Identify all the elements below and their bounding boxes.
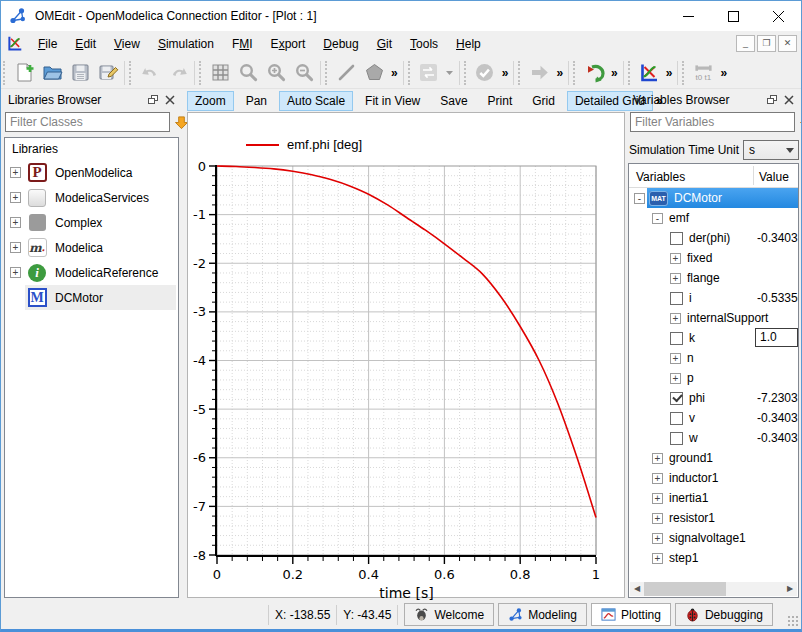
zoom-in-icon[interactable] bbox=[262, 60, 290, 86]
variable-row-v[interactable]: v-0.3403 bbox=[629, 408, 798, 428]
menu-debug[interactable]: Debug bbox=[314, 33, 367, 55]
variable-row-internalsupport[interactable]: +internalSupport bbox=[629, 308, 798, 328]
plot-tool-save[interactable]: Save bbox=[432, 91, 475, 111]
time-unit-dropdown[interactable]: s bbox=[743, 140, 799, 160]
variable-row-dcmotor[interactable]: -MATDCMotor bbox=[629, 188, 798, 208]
variable-row-inductor1[interactable]: +inductor1 bbox=[629, 468, 798, 488]
scroll-right-icon[interactable]: ▶ bbox=[783, 582, 797, 596]
toolbar-overflow-icon[interactable]: » bbox=[499, 66, 512, 80]
toolbar-overflow-icon[interactable]: » bbox=[608, 66, 621, 80]
mdi-minimize-icon[interactable]: _ bbox=[736, 35, 755, 52]
variable-row-n[interactable]: +n bbox=[629, 348, 798, 368]
expand-icon[interactable]: + bbox=[10, 217, 21, 228]
scroll-left-icon[interactable]: ◀ bbox=[630, 582, 644, 596]
show-grid-icon[interactable] bbox=[206, 60, 234, 86]
plot-tool-auto-scale[interactable]: Auto Scale bbox=[279, 91, 353, 111]
perspective-modeling-button[interactable]: Modeling bbox=[498, 603, 587, 626]
expand-icon[interactable]: + bbox=[670, 253, 681, 264]
menu-fmi[interactable]: FMI bbox=[223, 33, 262, 55]
scrollbar-thumb[interactable] bbox=[644, 582, 726, 596]
plot-variable-checkbox[interactable] bbox=[670, 332, 683, 345]
plot-variable-checkbox[interactable] bbox=[670, 412, 683, 425]
expand-icon[interactable]: + bbox=[652, 553, 663, 564]
mdi-close-icon[interactable]: ✕ bbox=[778, 35, 797, 52]
expand-icon[interactable]: + bbox=[670, 313, 681, 324]
variable-row-step1[interactable]: +step1 bbox=[629, 548, 798, 568]
plot-canvas[interactable]: emf.phi [deg] 0-1-2-3-4-5-6-7-800.20.40.… bbox=[187, 112, 625, 598]
expand-icon[interactable]: - bbox=[634, 193, 645, 204]
variable-row-k[interactable]: k1.0 bbox=[629, 328, 798, 348]
toolbar-overflow-icon[interactable]: » bbox=[553, 66, 566, 80]
variable-row-ground1[interactable]: +ground1 bbox=[629, 448, 798, 468]
menu-help[interactable]: Help bbox=[447, 33, 490, 55]
variable-row-w[interactable]: w-0.3403 bbox=[629, 428, 798, 448]
plot-tool-print[interactable]: Print bbox=[480, 91, 521, 111]
toolbar-overflow-icon[interactable]: » bbox=[388, 66, 401, 80]
library-item-openmodelica[interactable]: +POpenModelica bbox=[5, 160, 178, 185]
expand-icon[interactable]: + bbox=[652, 473, 663, 484]
new-model-icon[interactable] bbox=[10, 60, 38, 86]
open-model-icon[interactable] bbox=[38, 60, 66, 86]
filter-classes-input[interactable] bbox=[5, 112, 170, 132]
plot-variable-checkbox[interactable] bbox=[670, 432, 683, 445]
expand-icon[interactable]: + bbox=[10, 167, 21, 178]
line-shape-icon[interactable] bbox=[332, 60, 360, 86]
variables-tree[interactable]: ˆ Variables Value -MATDCMotor-emfder(phi… bbox=[628, 163, 799, 598]
plot-tool-zoom[interactable]: Zoom bbox=[187, 91, 234, 111]
expand-icon[interactable]: + bbox=[10, 242, 21, 253]
plot-tool-pan[interactable]: Pan bbox=[238, 91, 275, 111]
expand-icon[interactable]: + bbox=[10, 267, 21, 278]
float-panel-icon[interactable] bbox=[763, 92, 780, 107]
menu-view[interactable]: View bbox=[105, 33, 149, 55]
expand-icon[interactable]: + bbox=[670, 273, 681, 284]
variable-row-emf[interactable]: -emf bbox=[629, 208, 798, 228]
perspective-welcome-button[interactable]: Welcome bbox=[404, 603, 494, 626]
save-as-icon[interactable] bbox=[94, 60, 122, 86]
plot-variable-checkbox[interactable] bbox=[670, 292, 683, 305]
perspective-debugging-button[interactable]: Debugging bbox=[675, 603, 773, 626]
re-simulate-icon[interactable] bbox=[580, 60, 608, 86]
menu-edit[interactable]: Edit bbox=[66, 33, 105, 55]
expand-icon[interactable]: + bbox=[652, 453, 663, 464]
variable-row-flange[interactable]: +flange bbox=[629, 268, 798, 288]
plot-tool-fit-in-view[interactable]: Fit in View bbox=[357, 91, 428, 111]
zoom-out-icon[interactable] bbox=[290, 60, 318, 86]
expand-icon[interactable]: + bbox=[670, 353, 681, 364]
variables-tree-header[interactable]: ˆ Variables Value bbox=[629, 164, 798, 188]
maximize-button[interactable] bbox=[711, 2, 756, 31]
expand-icon[interactable]: + bbox=[10, 192, 21, 203]
close-panel-icon[interactable] bbox=[780, 92, 797, 107]
mdi-restore-icon[interactable]: ❐ bbox=[757, 35, 776, 52]
caret-down-icon[interactable] bbox=[443, 60, 457, 86]
library-item-complex[interactable]: +Complex bbox=[5, 210, 178, 235]
variable-row-phi[interactable]: phi-7.23033 bbox=[629, 388, 798, 408]
zoom-icon[interactable] bbox=[234, 60, 262, 86]
filter-variables-input[interactable] bbox=[630, 112, 795, 132]
libraries-tree[interactable]: Libraries +POpenModelica+ModelicaService… bbox=[4, 137, 179, 598]
plot-variable-checkbox[interactable] bbox=[670, 392, 683, 405]
perspective-plotting-button[interactable]: Plotting bbox=[591, 603, 671, 626]
toolbar-overflow-icon[interactable]: » bbox=[663, 66, 676, 80]
variable-row-p[interactable]: +p bbox=[629, 368, 798, 388]
variable-row-inertia1[interactable]: +inertia1 bbox=[629, 488, 798, 508]
menu-export[interactable]: Export bbox=[262, 33, 315, 55]
expand-icon[interactable]: + bbox=[670, 373, 681, 384]
minimize-button[interactable] bbox=[666, 2, 711, 31]
polygon-shape-icon[interactable] bbox=[360, 60, 388, 86]
variable-row-resistor1[interactable]: +resistor1 bbox=[629, 508, 798, 528]
toolbar-overflow-icon[interactable]: » bbox=[717, 66, 730, 80]
variable-row-signalvoltage1[interactable]: +signalvoltage1 bbox=[629, 528, 798, 548]
expand-icon[interactable]: + bbox=[652, 493, 663, 504]
library-item-dcmotor[interactable]: MDCMotor bbox=[5, 285, 178, 310]
menu-git[interactable]: Git bbox=[368, 33, 401, 55]
menu-tools[interactable]: Tools bbox=[401, 33, 447, 55]
expand-icon[interactable]: + bbox=[652, 533, 663, 544]
expand-icon[interactable]: - bbox=[652, 213, 663, 224]
menu-file[interactable]: File bbox=[29, 33, 66, 55]
new-plot-window-icon[interactable] bbox=[635, 60, 663, 86]
library-item-modelicaservices[interactable]: +ModelicaServices bbox=[5, 185, 178, 210]
save-icon[interactable] bbox=[66, 60, 94, 86]
variable-row-der-phi-[interactable]: der(phi)-0.3403 bbox=[629, 228, 798, 248]
plot-tool-grid[interactable]: Grid bbox=[524, 91, 563, 111]
close-panel-icon[interactable] bbox=[161, 92, 178, 107]
